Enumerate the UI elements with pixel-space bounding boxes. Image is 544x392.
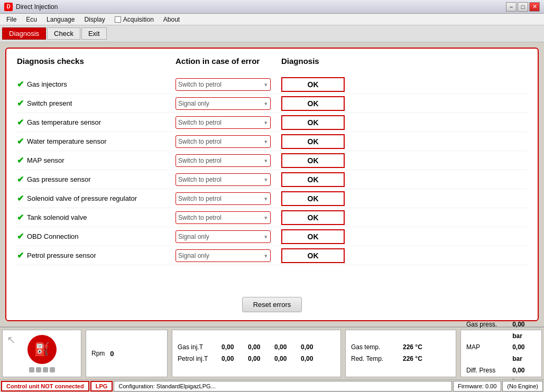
action-select-wrapper-8: Switch to petrolSignal onlyNo action: [176, 230, 271, 243]
app-icon: D: [4, 3, 13, 11]
check-icon-7: ✔: [17, 212, 24, 222]
pressure-section: Gas press. 0,00 bar MAP 0,00 bar Diff. P…: [460, 330, 542, 377]
check-text-5: Gas pressure sensor: [27, 175, 91, 183]
gas-inj-v3: 0,00: [274, 342, 297, 353]
rpm-label: Rpm: [91, 350, 105, 357]
petrol-inj-label: Petrol inj.T: [178, 353, 217, 365]
gas-inj-label: Gas inj.T: [178, 342, 217, 353]
check-text-1: Switch present: [27, 99, 72, 107]
menu-ecu[interactable]: Ecu: [22, 15, 41, 24]
action-select-0[interactable]: Switch to petrolSignal onlyNo action: [176, 78, 271, 91]
check-row: ✔Water temperature sensorSwitch to petro…: [17, 132, 527, 151]
check-label-4: ✔MAP sensor: [17, 155, 176, 165]
diagnosis-button[interactable]: Diagnosis: [2, 27, 46, 40]
check-label-8: ✔OBD Connection: [17, 231, 176, 241]
action-select-4[interactable]: Switch to petrolSignal onlyNo action: [176, 154, 271, 167]
bottom-panel: ↖ ⛽ Rpm 0 Gas inj.T 0,00 0,00 0,00 0,00 …: [0, 326, 544, 379]
check-label-6: ✔Solenoid valve of pressure regulator: [17, 193, 176, 203]
action-select-8[interactable]: Switch to petrolSignal onlyNo action: [176, 230, 271, 243]
rpm-section: Rpm 0: [86, 330, 168, 377]
check-row: ✔Switch presentSwitch to petrolSignal on…: [17, 94, 527, 113]
menu-language[interactable]: Language: [42, 15, 79, 24]
petrol-inj-v2: 0,00: [248, 353, 270, 365]
menu-display[interactable]: Display: [80, 15, 109, 24]
reset-btn-area: Reset errors: [17, 289, 527, 312]
firmware-status: Firmware: 0.00: [453, 381, 501, 391]
action-select-9[interactable]: Switch to petrolSignal onlyNo action: [176, 249, 271, 262]
action-select-5[interactable]: Switch to petrolSignal onlyNo action: [176, 173, 271, 186]
injection-section: Gas inj.T 0,00 0,00 0,00 0,00 Petrol inj…: [172, 330, 341, 377]
diag-result-9: OK: [281, 248, 345, 263]
gas-press-label: Gas press.: [466, 319, 508, 342]
check-icon-8: ✔: [17, 231, 24, 241]
diag-result-5: OK: [281, 172, 345, 187]
diag-result-1: OK: [281, 96, 345, 111]
check-label-5: ✔Gas pressure sensor: [17, 174, 176, 184]
check-icon-9: ✔: [17, 250, 24, 260]
title-bar: D Direct Injection − □ ✕: [0, 0, 544, 14]
action-select-7[interactable]: Switch to petrolSignal onlyNo action: [176, 211, 271, 224]
dot-1: [29, 367, 34, 372]
check-label-7: ✔Tank solenoid valve: [17, 212, 176, 222]
exit-button[interactable]: Exit: [81, 27, 107, 40]
action-select-6[interactable]: Switch to petrolSignal onlyNo action: [176, 192, 271, 205]
maximize-button[interactable]: □: [518, 2, 528, 12]
action-select-wrapper-1: Switch to petrolSignal onlyNo action: [176, 97, 271, 110]
close-button[interactable]: ✕: [529, 2, 540, 12]
check-text-7: Tank solenoid valve: [27, 213, 87, 221]
check-row: ✔Petrol pressure sensorSwitch to petrolS…: [17, 246, 527, 265]
check-text-9: Petrol pressure sensor: [27, 251, 96, 259]
bottom-icons-section: ↖ ⛽: [2, 330, 81, 377]
minimize-button[interactable]: −: [506, 2, 517, 12]
check-button[interactable]: Check: [47, 27, 80, 40]
gas-temp-label: Gas temp.: [351, 342, 399, 353]
check-icon-2: ✔: [17, 117, 24, 127]
fuel-icon: ⛽: [27, 335, 57, 364]
diag-result-8: OK: [281, 229, 345, 244]
reset-errors-button[interactable]: Reset errors: [242, 297, 302, 312]
check-row: ✔MAP sensorSwitch to petrolSignal onlyNo…: [17, 151, 527, 170]
header-checks: Diagnosis checks: [17, 57, 176, 66]
check-row: ✔Solenoid valve of pressure regulatorSwi…: [17, 189, 527, 208]
action-select-wrapper-2: Switch to petrolSignal onlyNo action: [176, 116, 271, 129]
diag-result-2: OK: [281, 115, 345, 130]
check-text-0: Gas injectors: [27, 80, 67, 88]
dot-2: [36, 367, 41, 372]
check-label-1: ✔Switch present: [17, 98, 176, 108]
check-icon-6: ✔: [17, 193, 24, 203]
check-row: ✔OBD ConnectionSwitch to petrolSignal on…: [17, 227, 527, 246]
window-controls: − □ ✕: [506, 2, 540, 12]
acquisition-checkbox[interactable]: [115, 16, 121, 23]
dot-4: [50, 367, 55, 372]
check-icon-1: ✔: [17, 98, 24, 108]
diag-result-6: OK: [281, 191, 345, 206]
toolbar: Diagnosis Check Exit: [0, 25, 544, 42]
menu-acquisition[interactable]: Acquisition: [110, 15, 158, 24]
action-select-wrapper-0: Switch to petrolSignal onlyNo action: [176, 78, 271, 91]
red-temp-label: Red. Temp.: [351, 353, 399, 365]
gas-press-row: Gas press. 0,00 bar: [466, 319, 536, 342]
header-action: Action in case of error: [176, 57, 281, 66]
action-select-wrapper-5: Switch to petrolSignal onlyNo action: [176, 173, 271, 186]
action-select-2[interactable]: Switch to petrolSignal onlyNo action: [176, 116, 271, 129]
check-label-3: ✔Water temperature sensor: [17, 136, 176, 146]
gas-inj-v4: 0,00: [301, 342, 323, 353]
gas-temp-row: Gas temp. 226 °C: [351, 342, 435, 353]
action-select-3[interactable]: Switch to petrolSignal onlyNo action: [176, 135, 271, 148]
check-icon-4: ✔: [17, 155, 24, 165]
diag-result-4: OK: [281, 153, 345, 168]
menu-file[interactable]: File: [2, 15, 21, 24]
diag-result-3: OK: [281, 134, 345, 149]
check-text-6: Solenoid valve of pressure regulator: [27, 194, 137, 202]
configuration-status: Configuration: StandardElpigazLPG...: [114, 381, 452, 391]
check-icon-3: ✔: [17, 136, 24, 146]
menu-bar: File Ecu Language Display Acquisition Ab…: [0, 14, 544, 25]
action-select-1[interactable]: Switch to petrolSignal onlyNo action: [176, 97, 271, 110]
temperature-section: Gas temp. 226 °C Red. Temp. 226 °C: [345, 330, 456, 377]
map-row: MAP 0,00 bar: [466, 342, 536, 365]
status-bar: Control unit NOT connected LPG Configura…: [0, 379, 544, 392]
menu-about[interactable]: About: [159, 15, 184, 24]
check-label-2: ✔Gas temperature sensor: [17, 117, 176, 127]
diagnosis-panel: Diagnosis checks Action in case of error…: [5, 48, 539, 321]
check-row: ✔Gas temperature sensorSwitch to petrolS…: [17, 113, 527, 132]
